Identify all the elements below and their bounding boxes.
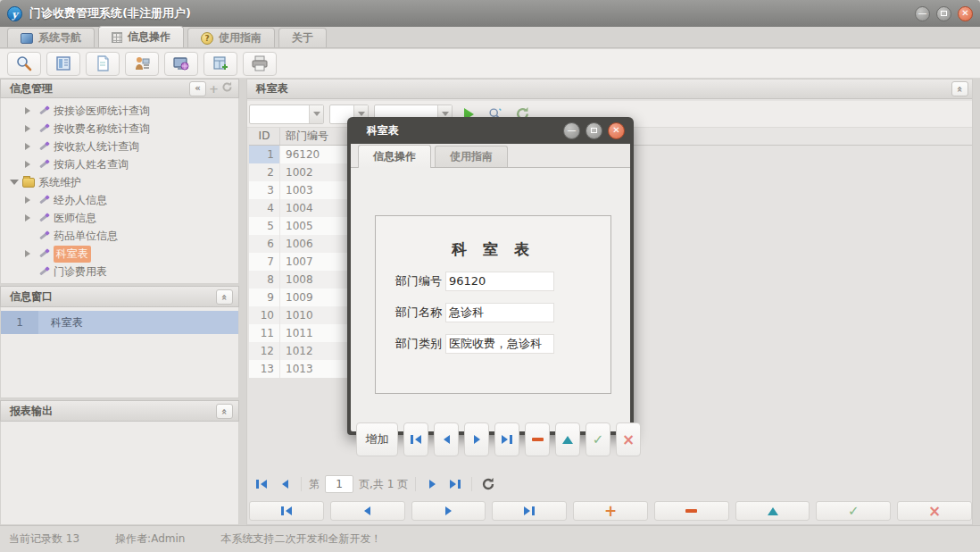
main-nav-first-button[interactable] [249,501,324,521]
main-nav-prev-button[interactable] [330,501,405,521]
main-nav-up-button[interactable] [735,501,810,521]
page-prefix: 第 [309,477,320,492]
prev-icon [364,506,370,515]
pagination-bar: 第 页,共 1 页 [249,473,972,496]
panel-report-output: 报表输出 « [0,400,239,525]
tree-node-icon [22,178,35,188]
tree-arrow-icon[interactable] [25,161,34,168]
cross-icon [928,504,941,519]
tree-item[interactable]: 系统维护 [1,173,238,191]
main-nav-next-button[interactable] [411,501,486,521]
tree-node-icon [37,141,50,152]
info-window-row[interactable]: 1 科室表 [1,311,238,334]
tree-arrow-icon[interactable] [25,125,34,132]
dialog-minimize-button[interactable]: — [563,122,580,139]
tree-item[interactable]: 科室表 [1,245,238,263]
chevron-down-icon[interactable] [309,105,323,123]
main-nav-minus-button[interactable] [654,501,729,521]
page-next-button[interactable] [423,475,441,493]
tab-about[interactable]: 关于 [278,28,327,47]
cross-icon [622,432,635,447]
table-add-button[interactable] [203,52,237,76]
document-button[interactable] [86,52,120,76]
window-maximize-button[interactable] [936,6,951,21]
collapse-up-icon[interactable]: « [216,289,233,305]
field-input[interactable]: 医院收费，急诊科 [445,334,554,354]
main-nav-plus-button[interactable] [573,501,648,521]
page-refresh-button[interactable] [479,475,497,493]
form-list-button[interactable] [46,52,80,76]
page-first-button[interactable] [253,475,270,493]
dialog-next-button[interactable] [464,422,489,456]
tree-arrow-icon[interactable] [25,107,34,114]
tree-node-icon [37,213,50,223]
dialog-prev-button[interactable] [434,422,459,456]
field-input[interactable]: 96120 [445,272,554,291]
dialog-first-button[interactable] [403,422,428,456]
tree-item[interactable]: 药品单位信息 [1,227,238,245]
tree-node-icon [37,230,50,241]
dialog-cross-button[interactable] [616,422,641,456]
filter-combo-1[interactable] [249,105,324,124]
tree-arrow-icon[interactable] [25,197,34,204]
tree-arrow-icon[interactable] [25,143,34,150]
add-icon[interactable]: + [209,82,219,96]
dept-form: 科 室 表 部门编号 96120 部门名称 急诊科 部门类别 医院收费，急诊科 [375,215,611,394]
collapse-up-icon[interactable]: « [216,404,233,419]
dialog-close-button[interactable]: ✕ [608,122,625,139]
dialog-tab-user-guide[interactable]: 使用指南 [435,146,508,167]
status-record-count: 当前记录数 13 [9,531,79,547]
dialog-tab-info-operation[interactable]: 信息操作 [358,145,431,168]
dialog-minus-button[interactable] [525,422,550,456]
table-add-icon [212,54,229,72]
tree-arrow-icon[interactable] [25,214,34,222]
dialog-maximize-button[interactable] [586,122,602,139]
form-field: 部门编号 96120 [395,272,610,291]
last-icon [524,506,535,515]
tree-arrow-icon[interactable] [25,250,34,257]
refresh-icon[interactable] [221,81,233,96]
tab-user-guide[interactable]: ? 使用指南 [187,28,275,47]
next-icon [474,435,480,444]
dialog-titlebar[interactable]: 科室表 — ✕ [351,117,630,144]
window-close-button[interactable]: ✕ [958,6,973,21]
tree-item[interactable]: 按收费名称统计查询 [1,120,238,138]
dialog-last-button[interactable] [494,422,519,456]
up-icon [768,507,778,515]
page-number-input[interactable] [325,475,353,493]
info-tree: 按接诊医师统计查询 按收费名称统计查询 按收款人统计查询 按病人姓名查询 系统维… [0,98,239,284]
monitor-globe-button[interactable] [164,52,198,76]
tree-item[interactable]: 经办人信息 [1,191,238,209]
operator-button[interactable] [125,52,159,76]
status-message: 本系统支持二次开发和全新开发！ [220,531,381,547]
printer-button[interactable] [243,52,277,76]
main-nav-check-button[interactable] [816,501,891,521]
tree-item[interactable]: 门诊费用表 [1,263,238,280]
window-minimize-button[interactable]: — [915,6,930,21]
collapse-up-icon[interactable]: « [951,81,968,96]
dialog-check-button[interactable] [586,422,610,456]
field-label: 部门编号 [395,273,442,289]
tree-item[interactable]: 按病人姓名查询 [1,155,238,173]
dialog-up-button[interactable] [555,422,580,456]
plus-icon [604,504,617,519]
column-header-id[interactable]: ID [249,128,280,145]
record-navigator [249,499,972,523]
main-nav-last-button[interactable] [492,501,567,521]
add-record-button[interactable]: 增加 [356,422,398,456]
search-button[interactable] [7,52,41,76]
tree-item[interactable]: 医师信息 [1,209,238,227]
page-prev-button[interactable] [276,475,294,493]
tab-system-nav[interactable]: 系统导航 [7,28,95,47]
tree-arrow-icon[interactable] [10,180,19,185]
field-input[interactable]: 急诊科 [445,303,554,322]
page-last-button[interactable] [446,475,464,493]
collapse-left-icon[interactable]: « [189,81,206,96]
first-icon [411,435,421,444]
tree-item[interactable]: 按收款人统计查询 [1,138,238,155]
tab-info-operation[interactable]: 信息操作 [98,26,184,47]
form-title: 科 室 表 [376,239,610,260]
panel-info-windows: 信息窗口 « 1 科室表 [0,286,239,398]
main-nav-cross-button[interactable] [897,501,972,521]
tree-item[interactable]: 按接诊医师统计查询 [1,102,238,120]
